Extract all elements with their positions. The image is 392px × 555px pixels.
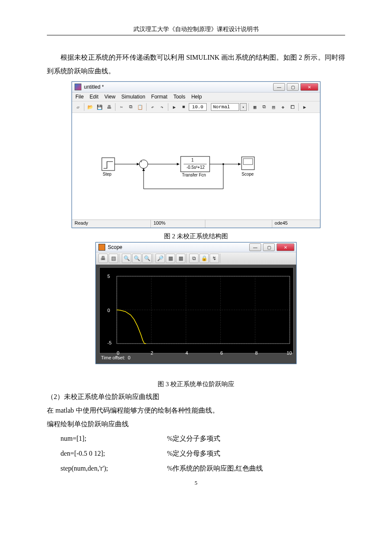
titlebar: untitled * — ▢ ✕ — [72, 82, 320, 92]
tb-icon-2[interactable]: ⧉ — [260, 103, 268, 111]
maximize-button[interactable]: ▢ — [287, 83, 299, 91]
copy-icon[interactable]: ⧉ — [127, 103, 135, 111]
simulink-icon — [75, 84, 81, 90]
restore-axes-icon[interactable]: ▦ — [176, 254, 185, 263]
cut-icon[interactable]: ✂ — [117, 103, 126, 111]
matlab-desc: 在 matlab 中使用代码编程能够方便的绘制各种性能曲线。 — [47, 404, 345, 417]
menu-view[interactable]: View — [104, 94, 115, 100]
svg-rect-11 — [243, 159, 253, 165]
float-icon[interactable]: ⧉ — [189, 254, 199, 263]
menu-simulation[interactable]: Simulation — [121, 94, 145, 100]
menu-help[interactable]: Help — [191, 94, 202, 100]
stop-icon[interactable]: ■ — [179, 103, 188, 111]
scope-icon — [98, 244, 105, 251]
figure-2-caption: 图 2 未校正系统结构图 — [47, 232, 345, 240]
scope-title: Scope — [108, 244, 122, 250]
code-comment-1: %定义分子多项式 — [167, 431, 220, 446]
code-comment-3: %作系统的阶跃响应图,红色曲线 — [167, 461, 263, 476]
tf-block-label: Transfer Fcn — [182, 173, 206, 177]
simulink-canvas[interactable]: + − Step 1 -0.5s²+12 Transfer Fcn — [72, 113, 320, 220]
page-number: 5 — [47, 480, 345, 486]
save-icon[interactable]: 💾 — [95, 103, 104, 111]
signal-sel-icon[interactable]: ↯ — [210, 254, 219, 263]
undo-icon[interactable]: ↶ — [148, 103, 157, 111]
x-tick-6: 6 — [220, 350, 223, 356]
y-tick-5: 5 — [107, 274, 110, 279]
scope-toolbar: 🖶 ▤ 🔍 🔍 🔍 🔎 ▦ ▦ ⧉ 🔒 ↯ — [96, 252, 296, 265]
x-tick-2: 2 — [151, 350, 153, 356]
code-block: num=[1];%定义分子多项式 den=[-0.5 0 12];%定义分母多项… — [61, 431, 345, 476]
y-tick-0: 0 — [107, 308, 110, 313]
paste-icon[interactable]: 📋 — [136, 103, 144, 111]
header-rule — [47, 35, 345, 35]
menu-tools[interactable]: Tools — [173, 94, 185, 100]
y-tick--5: -5 — [107, 340, 112, 345]
menu-format[interactable]: Format — [151, 94, 167, 100]
section-2-heading: （2）未校正系统单位阶跃响应曲线图 — [47, 390, 345, 404]
scope-close-button[interactable]: ✕ — [277, 243, 294, 251]
code-comment-2: %定义分母多项式 — [167, 446, 220, 461]
save-axes-icon[interactable]: ▦ — [166, 254, 175, 263]
x-tick-10: 10 — [287, 350, 292, 356]
scope-plot — [100, 268, 293, 353]
print-icon[interactable]: 🖶 — [98, 254, 108, 263]
menubar: File Edit View Simulation Format Tools H… — [72, 92, 320, 101]
time-offset: Time offset: 0 — [99, 353, 293, 361]
tb-icon-5[interactable]: ⧠ — [288, 103, 297, 111]
code-line-1: num=[1]; — [61, 431, 167, 446]
menu-edit[interactable]: Edit — [89, 94, 98, 100]
tb-icon-1[interactable]: ▦ — [251, 103, 259, 111]
zoom-y-icon[interactable]: 🔍 — [142, 254, 152, 263]
open-icon[interactable]: 📂 — [86, 103, 95, 111]
scope-plot-area: 5 0 -5 0 2 4 6 8 10 Time offset: 0 — [96, 265, 296, 364]
figure-3-caption: 图 3 校正系统单位阶跃响应 — [47, 380, 345, 388]
statusbar: Ready 100% ode45 — [72, 220, 320, 228]
zoom-in-icon[interactable]: 🔍 — [122, 254, 131, 263]
code-line-3: step(num,den,'r'); — [61, 461, 167, 476]
autoscale-icon[interactable]: 🔎 — [156, 254, 165, 263]
params-icon[interactable]: ▤ — [109, 254, 118, 263]
menu-file[interactable]: File — [75, 94, 84, 100]
tb-icon-3[interactable]: ▤ — [269, 103, 278, 111]
status-zoom: 100% — [151, 220, 205, 228]
window-title: untitled * — [84, 84, 104, 90]
tf-numerator: 1 — [191, 158, 194, 162]
stop-time-input[interactable]: 10.0 — [189, 103, 207, 111]
scope-window: Scope — ▢ ✕ 🖶 ▤ 🔍 🔍 🔍 🔎 ▦ ▦ — [95, 242, 297, 364]
run-icon[interactable]: ▶ — [170, 103, 179, 111]
scope-block-label: Scope — [242, 172, 254, 176]
svg-text:+: + — [140, 159, 142, 164]
toolbar: ▱ 📂 💾 🖶 ✂ ⧉ 📋 ↶ ↷ ▶ ■ 10.0 Normal ▾ ▦ ⧉ … — [72, 101, 320, 113]
lock-icon[interactable]: 🔒 — [199, 254, 209, 263]
code-line-2: den=[-0.5 0 12]; — [61, 446, 167, 461]
close-button[interactable]: ✕ — [300, 83, 318, 91]
zoom-x-icon[interactable]: 🔍 — [132, 254, 141, 263]
simulink-window: untitled * — ▢ ✕ File Edit View Simulati… — [72, 81, 320, 228]
mode-dropdown[interactable]: Normal — [211, 103, 239, 111]
new-icon[interactable]: ▱ — [74, 103, 82, 111]
chevron-down-icon[interactable]: ▾ — [240, 103, 247, 111]
tb-icon-4[interactable]: ❖ — [279, 103, 287, 111]
scope-canvas: 5 0 -5 0 2 4 6 8 10 — [99, 267, 294, 353]
page-header: 武汉理工大学《自动控制原理》课程设计说明书 — [47, 26, 345, 33]
status-solver: ode45 — [272, 220, 320, 228]
prog-desc: 编程绘制单位阶跃响应曲线 — [47, 417, 345, 431]
scope-titlebar: Scope — ▢ ✕ — [96, 243, 296, 252]
print-icon[interactable]: 🖶 — [105, 103, 113, 111]
status-spacer — [205, 220, 272, 228]
scope-maximize-button[interactable]: ▢ — [263, 243, 275, 251]
tb-icon-6[interactable]: ▶ — [300, 103, 309, 111]
step-block-label: Step — [103, 172, 112, 176]
x-tick-0: 0 — [117, 350, 119, 356]
scope-minimize-button[interactable]: — — [249, 243, 261, 251]
redo-icon[interactable]: ↷ — [158, 103, 166, 111]
tf-denominator: -0.5s²+12 — [183, 165, 208, 170]
x-tick-8: 8 — [255, 350, 258, 356]
status-ready: Ready — [72, 220, 151, 228]
minimize-button[interactable]: — — [273, 83, 285, 91]
paragraph-1: 根据未校正系统的开环传递函数可以利用 SIMULINK 画出系统的结构图。如图 … — [47, 51, 345, 78]
x-tick-4: 4 — [185, 350, 188, 356]
